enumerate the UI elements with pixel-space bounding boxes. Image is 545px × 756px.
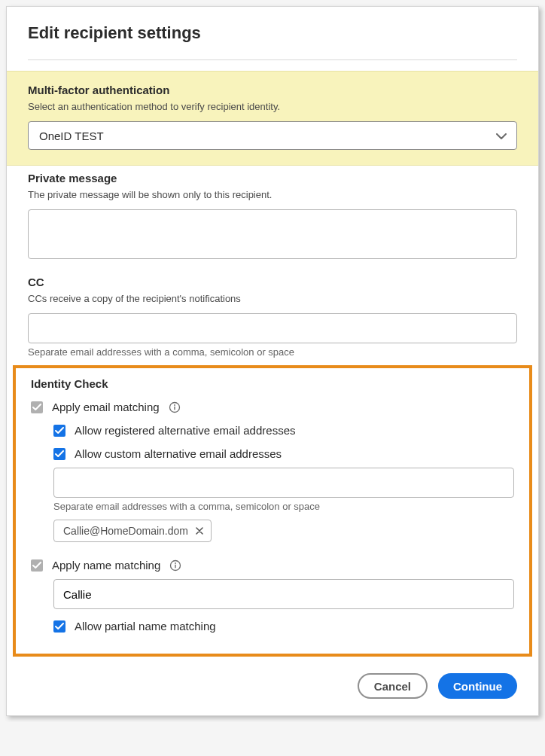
mfa-method-select[interactable]: OneID TEST <box>28 121 517 150</box>
cancel-button[interactable]: Cancel <box>358 673 428 699</box>
apply-email-matching-row: Apply email matching <box>31 401 514 413</box>
allow-registered-alt-label: Allow registered alternative email addre… <box>75 424 295 437</box>
svg-rect-5 <box>175 564 176 568</box>
private-message-section: Private message The private message will… <box>7 166 538 273</box>
apply-name-matching-checkbox[interactable] <box>31 559 43 572</box>
cc-helper: Separate email addresses with a comma, s… <box>28 346 517 358</box>
email-chip: Callie@HomeDomain.dom <box>53 520 212 542</box>
cc-title: CC <box>28 276 517 288</box>
close-icon[interactable] <box>196 527 203 535</box>
divider <box>28 59 517 60</box>
custom-alt-helper: Separate email addresses with a comma, s… <box>53 501 514 512</box>
private-message-desc: The private message will be shown only t… <box>28 189 517 200</box>
apply-email-matching-label: Apply email matching <box>52 401 160 413</box>
dialog-title: Edit recipient settings <box>28 23 517 43</box>
private-message-title: Private message <box>28 172 517 184</box>
private-message-input[interactable] <box>28 209 517 259</box>
name-matching-input-wrap <box>53 579 514 609</box>
cc-section: CC CCs receive a copy of the recipient's… <box>7 273 538 364</box>
svg-point-4 <box>175 562 176 564</box>
dialog-header: Edit recipient settings <box>7 7 538 50</box>
apply-email-matching-checkbox[interactable] <box>31 401 43 413</box>
custom-alt-email-input[interactable] <box>53 468 514 498</box>
edit-recipient-settings-dialog: Edit recipient settings Multi-factor aut… <box>6 6 539 716</box>
dialog-footer: Cancel Continue <box>7 657 538 715</box>
continue-button[interactable]: Continue <box>438 673 517 699</box>
mfa-title: Multi-factor authentication <box>28 84 517 96</box>
allow-registered-alt-row: Allow registered alternative email addre… <box>53 424 514 437</box>
email-chip-label: Callie@HomeDomain.dom <box>63 525 188 537</box>
mfa-section: Multi-factor authentication Select an au… <box>7 71 538 166</box>
cc-input[interactable] <box>28 313 517 343</box>
custom-email-chip-row: Callie@HomeDomain.dom <box>53 520 514 542</box>
allow-custom-alt-checkbox[interactable] <box>53 448 65 460</box>
allow-partial-name-row: Allow partial name matching <box>53 620 514 633</box>
info-icon[interactable] <box>169 401 181 413</box>
name-matching-input[interactable] <box>53 579 514 609</box>
allow-custom-alt-label: Allow custom alternative email addresses <box>75 447 282 460</box>
info-icon[interactable] <box>169 559 181 572</box>
custom-email-area: Separate email addresses with a comma, s… <box>53 468 514 542</box>
identity-check-title: Identity Check <box>31 377 514 390</box>
allow-partial-name-label: Allow partial name matching <box>75 620 216 633</box>
mfa-selected-value: OneID TEST <box>39 130 104 142</box>
apply-name-matching-label: Apply name matching <box>52 559 160 572</box>
allow-partial-name-checkbox[interactable] <box>53 620 65 633</box>
apply-name-matching-row: Apply name matching <box>31 559 514 572</box>
mfa-desc: Select an authentication method to verif… <box>28 101 517 112</box>
mfa-select-wrap: OneID TEST <box>28 121 517 150</box>
svg-point-1 <box>174 404 175 406</box>
allow-custom-alt-row: Allow custom alternative email addresses <box>53 447 514 460</box>
allow-registered-alt-checkbox[interactable] <box>53 425 65 437</box>
svg-rect-2 <box>174 406 175 410</box>
cc-desc: CCs receive a copy of the recipient's no… <box>28 293 517 304</box>
identity-check-section: Identity Check Apply email matching Allo… <box>13 365 532 657</box>
